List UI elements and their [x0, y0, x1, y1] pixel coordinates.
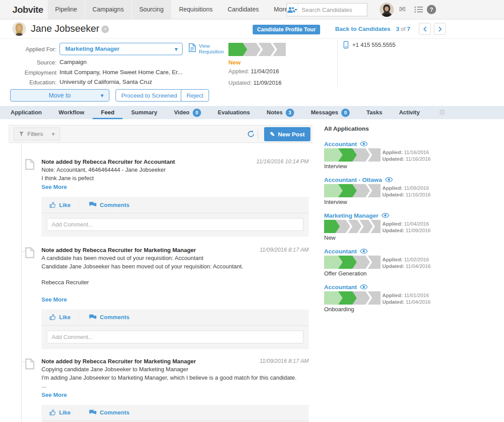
- tab-video[interactable]: Video0: [166, 106, 209, 119]
- application-link[interactable]: Marketing Manager: [324, 212, 500, 219]
- education-value: University of California, Santa Cruz: [60, 79, 152, 85]
- thumbs-up-icon: [49, 202, 56, 208]
- like-button[interactable]: Like: [49, 314, 71, 320]
- nav-item-pipeline[interactable]: Pipeline: [48, 0, 85, 19]
- like-button[interactable]: Like: [49, 202, 71, 208]
- comments-button[interactable]: Comments: [89, 314, 129, 320]
- tab-tasks[interactable]: Tasks: [358, 106, 391, 119]
- see-more-link[interactable]: See More: [41, 295, 67, 304]
- nav-item-campaigns[interactable]: Campaigns: [85, 0, 132, 19]
- move-to-dropdown[interactable]: Move to ▾: [10, 89, 109, 102]
- tab-activity[interactable]: Activity: [391, 106, 428, 119]
- workflow-progress-bar: [228, 43, 286, 56]
- candidate-profile-tour-button[interactable]: Candidate Profile Tour: [253, 25, 320, 34]
- note-icon: [25, 159, 34, 172]
- back-to-candidates-link[interactable]: Back to Candidates: [335, 26, 390, 32]
- next-candidate-button[interactable]: [434, 23, 446, 35]
- help-icon[interactable]: ?: [427, 5, 436, 14]
- tab-messages[interactable]: Messages0: [302, 106, 358, 119]
- user-avatar[interactable]: [380, 3, 394, 17]
- add-comment-input[interactable]: [47, 218, 303, 231]
- application-card: Accountant - Ottawa Applied: 11/09/2016 …: [324, 176, 500, 211]
- user-avatar-image: [380, 3, 394, 17]
- application-dates: Applied: 11/01/2016 Updated: 11/04/2016: [382, 292, 431, 305]
- add-comment-input[interactable]: [47, 331, 303, 343]
- application-progress-bar: [324, 148, 381, 162]
- filters-dropdown[interactable]: Filters ▾: [14, 128, 60, 140]
- feed-body-line: Rebecca Recruiter: [41, 279, 309, 287]
- jobvite-logo[interactable]: Jobvite: [12, 0, 43, 19]
- application-card: Marketing Manager Applied: 11/04/2016 Up…: [324, 212, 500, 246]
- new-post-button[interactable]: ✎ New Post: [264, 127, 310, 141]
- divider: [258, 129, 258, 139]
- proceed-to-screened-button[interactable]: Proceed to Screened: [116, 89, 183, 102]
- feed-body-line: [41, 271, 309, 279]
- application-link[interactable]: Accountant - Ottawa: [324, 176, 500, 183]
- gear-icon[interactable]: ⚙: [439, 106, 445, 119]
- candidate-avatar: [12, 22, 26, 36]
- feed-timestamp: 11/16/2016 10:14 PM: [256, 158, 309, 165]
- mail-icon[interactable]: ✉: [399, 4, 406, 15]
- like-button[interactable]: Like: [49, 409, 71, 416]
- application-status: Interview: [324, 163, 347, 170]
- nav-item-requisitions[interactable]: Requisitions: [172, 0, 220, 19]
- tab-notes[interactable]: Notes3: [258, 106, 302, 119]
- chevron-right-icon: [438, 26, 442, 32]
- nav-item-sourcing[interactable]: Sourcing: [132, 0, 172, 19]
- application-status: Offer Generation: [324, 270, 367, 277]
- comments-button[interactable]: Comments: [89, 202, 129, 208]
- reject-button[interactable]: Reject: [181, 89, 209, 102]
- comments-button[interactable]: Comments: [89, 409, 129, 416]
- feed-item: 11/09/2016 8:17 AM Note added by Rebecca…: [25, 246, 309, 349]
- application-status: New: [324, 234, 336, 241]
- education-label: Education:: [13, 79, 56, 86]
- social-block: Like · Comments: [41, 405, 309, 422]
- nav-item-candidates[interactable]: Candidates: [220, 0, 266, 19]
- application-link[interactable]: Accountant: [324, 283, 500, 290]
- workflow-status: New: [228, 59, 241, 66]
- tab-workflow[interactable]: Workflow: [50, 106, 93, 119]
- feed-item: 11/16/2016 10:14 PM Note added by Rebecc…: [25, 158, 309, 237]
- application-progress-bar: [324, 291, 381, 305]
- see-more-link[interactable]: See More: [41, 183, 67, 191]
- thumbs-up-icon: [49, 409, 56, 416]
- all-applications-heading: All Applications: [324, 125, 369, 132]
- chevron-down-icon: ▾: [101, 90, 104, 101]
- feed-timestamp: 11/09/2016 8:17 AM: [260, 247, 309, 253]
- see-more-link[interactable]: See More: [41, 391, 67, 399]
- search-scope-button[interactable]: [287, 4, 298, 16]
- comments-icon: [89, 314, 97, 320]
- note-icon: [25, 247, 34, 260]
- numbered-list-icon[interactable]: [414, 6, 423, 15]
- tab-evaluations[interactable]: Evaluations: [209, 106, 258, 119]
- dot-separator: ·: [79, 409, 81, 416]
- application-status: Interview: [324, 199, 347, 205]
- comments-icon: [89, 410, 97, 416]
- application-dates: Applied: 11/16/2016 Updated: 11/16/2016: [382, 149, 431, 162]
- divider: [337, 40, 338, 87]
- applied-date-row: Applied: 11/04/2016: [228, 68, 279, 75]
- requisition-select[interactable]: Marketing Manager ▾: [60, 43, 183, 55]
- top-nav-bar: Jobvite Pipeline Campaigns Sourcing Requ…: [0, 0, 504, 19]
- eye-icon: [385, 177, 393, 182]
- chevron-down-icon: ▾: [52, 131, 55, 137]
- refresh-button[interactable]: [247, 130, 254, 139]
- main-nav: Pipeline Campaigns Sourcing Requisitions…: [48, 0, 302, 19]
- feed-body-line: Note: Accountant, 4646464444 - Jane Jobs…: [41, 166, 309, 174]
- source-label: Source:: [13, 59, 56, 66]
- thumbs-up-icon: [49, 314, 56, 320]
- previous-candidate-button[interactable]: [419, 23, 431, 35]
- application-status: Onboarding: [324, 306, 354, 313]
- search-input[interactable]: [298, 7, 383, 13]
- refresh-icon: [247, 130, 254, 138]
- tab-application[interactable]: Application: [2, 106, 50, 119]
- application-link[interactable]: Accountant: [324, 140, 500, 147]
- dot-separator: ·: [79, 314, 81, 320]
- mobile-phone-icon: [343, 41, 348, 49]
- tab-feed[interactable]: Feed: [93, 106, 123, 119]
- view-requisition-link[interactable]: View Requisition: [189, 43, 231, 55]
- tab-summary[interactable]: Summary: [123, 106, 165, 119]
- application-link[interactable]: Accountant: [324, 248, 500, 255]
- add-icon[interactable]: +: [101, 26, 109, 33]
- requisition-select-value: Marketing Manager: [60, 43, 182, 55]
